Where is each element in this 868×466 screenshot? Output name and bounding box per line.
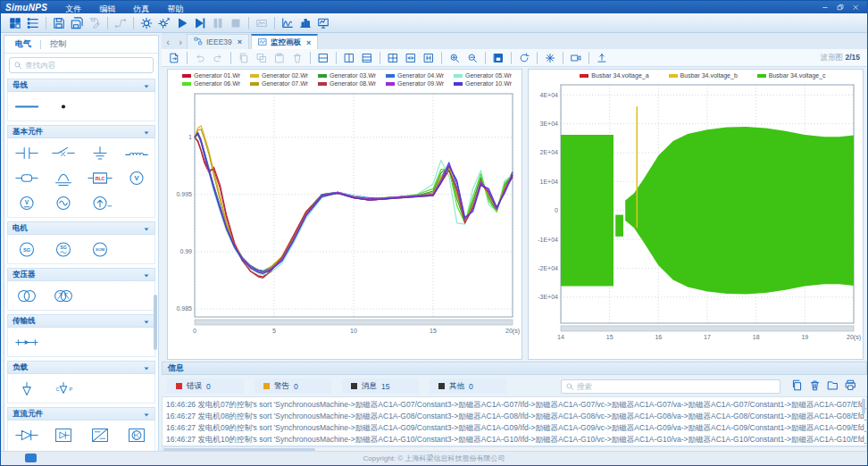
section-header[interactable]: 变压器 xyxy=(7,268,155,281)
component-coil[interactable] xyxy=(45,165,81,190)
component-transmission-line[interactable] xyxy=(8,329,45,354)
close-button[interactable] xyxy=(852,4,860,12)
component-igbt-module[interactable] xyxy=(118,422,154,447)
component-transformer-3w[interactable] xyxy=(45,283,81,308)
sidebar-tab-电气[interactable]: 电气 xyxy=(12,37,35,52)
component-machine-sg2[interactable]: SG xyxy=(45,237,81,262)
svg-text:15: 15 xyxy=(606,334,613,340)
filter-警告[interactable]: 警告0 xyxy=(255,379,331,394)
menu-文件[interactable]: 文件 xyxy=(56,4,90,13)
copy-icon[interactable] xyxy=(791,379,803,395)
component-dc-source[interactable] xyxy=(81,190,118,215)
component-machine-sg[interactable]: SG xyxy=(8,237,45,262)
chevron-down-icon[interactable] xyxy=(143,267,150,283)
minimize-button[interactable] xyxy=(822,4,830,12)
fit-width-icon[interactable] xyxy=(402,50,420,66)
sidebar-tab-控制[interactable]: 控制 xyxy=(46,37,70,52)
filter-color-swatch xyxy=(351,383,357,389)
filter-消息[interactable]: 消息15 xyxy=(342,379,419,394)
component-load-cvp[interactable]: CP xyxy=(45,376,81,401)
log-scrollbar[interactable] xyxy=(862,398,865,414)
component-voltmeter[interactable]: V xyxy=(118,165,154,190)
printer-icon[interactable] xyxy=(845,379,856,395)
section-header[interactable]: 母线 xyxy=(7,79,155,92)
save-icon[interactable] xyxy=(50,15,68,31)
section-header[interactable]: 直流元件 xyxy=(7,407,155,420)
tab-nav-forward-icon[interactable]: › xyxy=(174,35,187,49)
refresh-icon[interactable] xyxy=(515,50,533,66)
bar-chart-icon[interactable] xyxy=(296,15,314,31)
svg-text:0.99: 0.99 xyxy=(179,248,192,254)
layout-cols-icon[interactable] xyxy=(340,50,358,66)
config-gear-icon[interactable] xyxy=(155,15,173,31)
component-rlc-block[interactable]: RLC xyxy=(81,165,118,190)
step-run-icon[interactable] xyxy=(191,15,209,31)
layout-stack-icon[interactable] xyxy=(358,50,376,66)
chevron-down-icon[interactable] xyxy=(143,221,150,237)
component-ac-source[interactable] xyxy=(45,190,81,215)
run-icon[interactable] xyxy=(173,15,191,31)
svg-text:16: 16 xyxy=(655,334,662,340)
doc-tab-IEEE39[interactable]: IEEE39× xyxy=(187,34,249,49)
tab-nav-back-icon[interactable]: ‹ xyxy=(162,35,174,49)
component-busbar-node[interactable] xyxy=(45,94,81,119)
component-rectifier-module[interactable] xyxy=(81,422,118,447)
fit-all-icon[interactable] xyxy=(384,50,402,66)
sidebar-scrollbar[interactable] xyxy=(154,295,157,350)
save-all-icon[interactable] xyxy=(68,15,86,31)
component-transformer-2w[interactable] xyxy=(8,283,45,308)
upload-icon[interactable] xyxy=(593,50,611,66)
menu-编辑[interactable]: 编辑 xyxy=(90,4,124,13)
model-tree-icon[interactable] xyxy=(24,15,42,31)
component-resistor[interactable] xyxy=(8,165,45,190)
component-load[interactable] xyxy=(8,376,45,401)
folder-icon[interactable] xyxy=(827,379,839,395)
filter-其他[interactable]: 其他0 xyxy=(430,379,506,394)
component-machine-scim[interactable]: SCIM xyxy=(81,237,118,262)
zoom-out-icon[interactable] xyxy=(463,50,481,66)
doc-tab-监控画板[interactable]: 监控画板× xyxy=(251,34,318,49)
maximize-button[interactable] xyxy=(837,4,845,12)
info-panel-header[interactable]: 信息 xyxy=(162,362,867,375)
component-capacitor[interactable] xyxy=(8,140,45,165)
snapshot-icon[interactable] xyxy=(541,50,559,66)
save-image-icon[interactable] xyxy=(489,50,507,66)
section-header[interactable]: 负载 xyxy=(7,361,155,374)
chart2-plot[interactable]: -3E+04-2E+04-1E+0401E+042E+043E+044E+041… xyxy=(529,80,863,348)
trash-icon[interactable] xyxy=(809,379,821,395)
menu-帮助[interactable]: 帮助 xyxy=(158,4,192,13)
sidebar-search-input[interactable] xyxy=(25,61,149,70)
chevron-down-icon[interactable] xyxy=(143,313,150,329)
filter-label: 消息 xyxy=(362,381,377,392)
filter-错误[interactable]: 错误0 xyxy=(167,379,244,394)
monitor-icon[interactable] xyxy=(314,15,332,31)
layout-rows-icon[interactable] xyxy=(314,50,332,66)
section-header[interactable]: 基本元件 xyxy=(7,125,155,138)
component-breaker[interactable] xyxy=(45,140,81,165)
component-thyristor-module[interactable] xyxy=(45,422,81,447)
section-header[interactable]: 电机 xyxy=(7,221,155,235)
chevron-down-icon[interactable] xyxy=(143,124,150,140)
section-header[interactable]: 传输线 xyxy=(7,314,155,328)
component-diode[interactable] xyxy=(8,422,45,447)
component-ground[interactable] xyxy=(81,140,118,165)
component-busbar-line[interactable] xyxy=(8,94,45,119)
chevron-down-icon[interactable] xyxy=(143,79,150,94)
menu-仿真[interactable]: 仿真 xyxy=(124,4,158,13)
chart1-plot[interactable]: 0.9850.990.995105101520(s) xyxy=(168,88,522,342)
dashboard-icon[interactable] xyxy=(6,15,24,31)
chevron-down-icon[interactable] xyxy=(143,360,150,376)
close-icon[interactable]: × xyxy=(238,37,242,46)
fit-height-icon[interactable] xyxy=(420,50,438,66)
info-search-input[interactable] xyxy=(577,382,776,391)
chevron-down-icon[interactable] xyxy=(143,406,150,422)
export-page-icon[interactable] xyxy=(165,50,183,66)
settings-gear-icon[interactable] xyxy=(138,15,155,31)
waveform-chart-icon[interactable] xyxy=(279,15,296,31)
zoom-in-icon[interactable] xyxy=(446,50,463,66)
close-icon[interactable]: × xyxy=(306,38,311,47)
component-inductor[interactable] xyxy=(118,140,154,165)
record-icon[interactable] xyxy=(567,50,585,66)
component-voltmeter2[interactable]: V xyxy=(8,190,45,215)
legend-item: Generator 03.Wr xyxy=(318,72,386,79)
